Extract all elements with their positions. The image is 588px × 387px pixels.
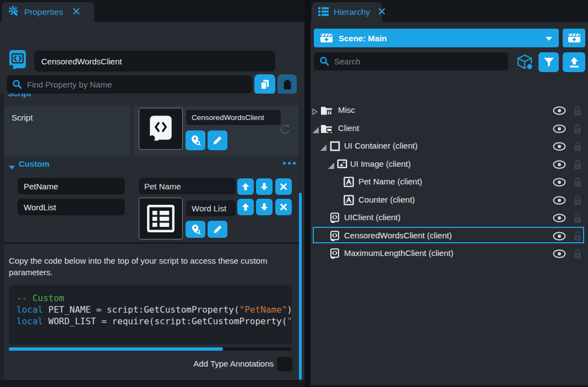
ui-text-icon: [344, 195, 354, 205]
visibility-eye-icon[interactable]: [553, 106, 566, 117]
arrow-down-icon: [260, 182, 269, 191]
wordlist-asset-thumbnail[interactable]: [139, 198, 183, 239]
lock-icon[interactable]: [573, 159, 582, 172]
script-icon: [330, 248, 340, 261]
paste-properties-button[interactable]: [277, 74, 297, 95]
script-row-value-cell: CensoredWordsClient: [134, 106, 301, 155]
ui-text-icon: [344, 177, 354, 187]
find-property-input[interactable]: [7, 75, 252, 94]
visibility-eye-icon[interactable]: [553, 160, 566, 171]
scrollbar-thumb[interactable]: [9, 347, 223, 351]
tree-row[interactable]: UI Image (client): [311, 156, 588, 173]
lock-icon[interactable]: [573, 123, 582, 137]
lock-icon[interactable]: [573, 248, 582, 261]
expander-expanded-icon[interactable]: [328, 161, 334, 171]
delete-param-button[interactable]: [275, 199, 292, 215]
tree-row[interactable]: Client: [311, 120, 588, 138]
ui-text-icon: [344, 177, 354, 189]
script-row-label: Script: [12, 113, 32, 122]
tree-row[interactable]: Counter (client): [311, 192, 588, 209]
tree-row[interactable]: CensoredWordsClient (client): [311, 227, 588, 245]
arrow-up-icon: [241, 182, 250, 191]
expander-expanded-icon: [328, 162, 334, 169]
custom-param-name-field[interactable]: [18, 199, 125, 215]
lock-icon: [573, 177, 582, 188]
visibility-eye-icon[interactable]: [553, 232, 566, 243]
custom-param-name-field[interactable]: [18, 178, 125, 194]
find-asset-button[interactable]: [186, 130, 205, 150]
delete-param-button[interactable]: [275, 178, 292, 195]
tree-row-label: UI Container (client): [344, 141, 417, 150]
scene-clapperboard-icon: [320, 32, 333, 43]
move-param-up-button[interactable]: [237, 199, 254, 215]
collapse-triangle-icon[interactable]: [9, 162, 15, 172]
copy-properties-button[interactable]: [254, 74, 275, 95]
lock-icon: [573, 123, 582, 134]
tree-row[interactable]: Misc: [311, 102, 588, 119]
lock-icon[interactable]: [573, 195, 582, 208]
close-icon[interactable]: [73, 7, 80, 17]
edit-script-button[interactable]: [208, 130, 227, 150]
move-param-down-button[interactable]: [256, 178, 273, 195]
gear-wrench-icon: [8, 6, 19, 19]
expander-expanded-icon: [312, 127, 319, 133]
visibility-eye-icon[interactable]: [553, 214, 566, 225]
visibility-eye-icon[interactable]: [553, 142, 566, 153]
lock-icon[interactable]: [573, 141, 582, 154]
scene-clapperboard-icon: [568, 32, 580, 43]
visibility-eye-icon: [553, 178, 566, 187]
lock-icon: [573, 212, 582, 224]
expander-expanded-icon: [320, 144, 326, 151]
visibility-eye-icon[interactable]: [553, 249, 566, 260]
expander-collapsed-icon[interactable]: [312, 107, 318, 117]
move-param-up-button[interactable]: [237, 178, 254, 195]
reset-property-icon[interactable]: [279, 123, 291, 138]
visibility-eye-icon: [553, 106, 566, 115]
lock-icon[interactable]: [573, 231, 582, 244]
expander-expanded-icon[interactable]: [312, 126, 319, 135]
find-asset-button[interactable]: [186, 221, 205, 238]
scrollbar-thumb[interactable]: [299, 193, 302, 380]
properties-scroll-content: Script Script Censored: [0, 94, 304, 387]
visibility-eye-icon: [553, 232, 566, 241]
lock-icon[interactable]: [573, 105, 582, 118]
script-asset-thumbnail[interactable]: [139, 108, 183, 150]
custom-section-title: Custom: [19, 159, 50, 168]
script-icon: [330, 212, 340, 223]
visibility-eye-icon[interactable]: [553, 196, 566, 207]
properties-tabstrip: Properties: [0, 0, 304, 22]
locate-pin-icon: [190, 224, 201, 235]
lock-icon: [573, 105, 582, 116]
custom-section-menu-icon[interactable]: [283, 162, 296, 165]
find-property-search: [7, 75, 252, 94]
code-horizontal-scrollbar[interactable]: [9, 347, 292, 351]
tree-row[interactable]: UI Container (client): [311, 138, 588, 155]
visibility-eye-icon[interactable]: [553, 124, 566, 135]
tab-hierarchy[interactable]: Hierarchy: [312, 2, 382, 22]
tree-row[interactable]: UIClient (client): [311, 209, 588, 227]
x-icon: [280, 183, 287, 190]
lock-icon[interactable]: [573, 177, 582, 190]
lock-icon[interactable]: [573, 212, 582, 226]
custom-param-value-field[interactable]: Word List: [186, 200, 236, 216]
script-icon: [330, 248, 340, 259]
tab-properties[interactable]: Properties: [2, 2, 94, 22]
expander-expanded-icon[interactable]: [320, 143, 326, 153]
properties-vertical-scrollbar[interactable]: [299, 94, 302, 387]
tree-row[interactable]: Pet Name (client): [311, 173, 588, 191]
close-icon[interactable]: [378, 7, 385, 17]
visibility-eye-icon[interactable]: [553, 178, 566, 189]
tree-row-label: Misc: [338, 105, 355, 115]
ui-image-icon: [337, 159, 347, 168]
object-name-field[interactable]: [34, 51, 275, 72]
script-icon: [330, 212, 340, 225]
move-param-down-button[interactable]: [256, 199, 273, 215]
custom-param-value-field[interactable]: Pet Name: [139, 178, 236, 194]
tree-row[interactable]: MaximumLengthClient (client): [311, 245, 588, 263]
hierarchy-list-icon: [318, 6, 329, 19]
edit-asset-button[interactable]: [208, 221, 227, 238]
code-snippet-block[interactable]: -- Custom local PET_NAME = script:GetCus…: [9, 285, 292, 345]
copy-icon: [260, 79, 270, 90]
add-type-annotations-checkbox[interactable]: [277, 357, 292, 372]
arrow-up-icon: [241, 203, 250, 211]
